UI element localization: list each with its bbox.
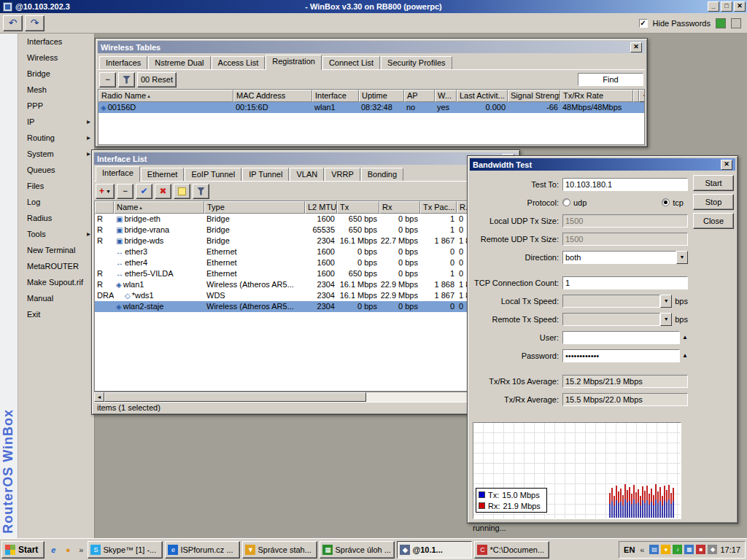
interface-tab-vrrp[interactable]: VRRP [325,168,360,181]
sidebar-item-metarouter[interactable]: MetaROUTER [18,258,94,274]
column-header-w[interactable]: W... [435,90,457,102]
user-input[interactable] [562,331,680,344]
start-button[interactable]: Start [693,175,734,191]
dropdown-icon[interactable]: ▼ [676,251,688,264]
scrollbar-track[interactable] [104,392,507,402]
interface-tab-bonding[interactable]: Bonding [361,168,403,181]
tray-icon-2[interactable]: ● [661,545,670,554]
bandwidth-test-titlebar[interactable]: Bandwidth Test ✕ [470,158,735,171]
redo-icon[interactable]: ↷ [25,15,44,31]
sidebar-item-ip[interactable]: IP▸ [18,114,94,130]
column-header-uptime[interactable]: Uptime [359,90,404,102]
tray-icon-4[interactable]: ▦ [684,545,694,554]
interface-tab-ethernet[interactable]: Ethernet [141,168,185,181]
tray-icon-5[interactable]: ■ [696,545,705,554]
quick-launch-launcher-icon[interactable]: ● [61,543,74,556]
password-input[interactable] [562,349,680,362]
direction-select[interactable]: both [562,251,676,264]
column-header-flags[interactable] [95,201,114,214]
column-header-name[interactable]: Name▴ [114,201,204,214]
sidebar-item-routing[interactable]: Routing▸ [18,130,94,146]
find-button[interactable]: Find [578,73,643,86]
stop-button[interactable]: Stop [693,194,734,210]
disable-button[interactable]: ✖ [155,184,171,199]
column-header-mac-address[interactable]: MAC Address [233,90,312,102]
close-button[interactable]: ✕ [734,1,746,12]
undo-icon[interactable]: ↶ [3,15,23,31]
sidebar-item-make-supout-rif[interactable]: Make Supout.rif [18,274,94,290]
table-row[interactable]: R▣bridge-vranaBridge65535650 bps0 bps10 [95,225,516,236]
column-header-l2-mtu[interactable]: L2 MTU [305,201,337,214]
taskbar-task-10-1[interactable]: ◈@10.1... [397,541,472,559]
table-row[interactable]: ↔ether4Ethernet16000 bps0 bps00 [95,257,516,268]
remove-button[interactable]: − [117,184,133,199]
tray-icon-3[interactable]: ♪ [673,545,682,554]
language-indicator[interactable]: EN [624,545,635,554]
quick-launch-overflow-icon[interactable]: » [77,545,85,554]
udp-radio[interactable] [562,198,570,206]
taskbar-task-spr-vce-stah[interactable]: ▼Správce stah... [242,541,317,559]
sidebar-item-new-terminal[interactable]: New Terminal [18,242,94,258]
table-row[interactable]: R▣bridge-ethBridge1600650 bps0 bps10 [95,214,516,225]
column-header-interface[interactable]: Interface [312,90,359,102]
filter-icon[interactable] [118,72,135,88]
column-header-rx[interactable]: Rx [379,201,420,214]
scrollbar-thumb[interactable] [104,392,366,402]
collapse-arrow-icon[interactable]: ▲ [682,334,688,341]
tray-icon-1[interactable]: ▤ [649,545,659,554]
horizontal-scrollbar[interactable]: ◄ ► [94,392,517,402]
taskbar-task-skype-1[interactable]: SSkype™ [1] -... [88,541,163,559]
sidebar-item-exit[interactable]: Exit [18,306,94,322]
comment-button[interactable] [174,184,190,199]
sidebar-item-system[interactable]: System▸ [18,146,94,162]
interface-list-titlebar[interactable]: Interface List □ [94,152,517,165]
hide-passwords-checkbox[interactable]: ✓ [639,19,648,28]
wireless-tables-titlebar[interactable]: Wireless Tables ✕ [98,41,645,53]
table-row[interactable]: ↔ether3Ethernet16000 bps0 bps00 [95,246,516,257]
interface-tab-vlan[interactable]: VLAN [290,168,324,181]
column-header-last-activit[interactable]: Last Activit... [457,90,508,102]
sidebar-item-log[interactable]: Log [18,194,94,210]
taskbar-task-ispforum-cz[interactable]: eISPforum.cz ... [165,541,240,559]
test-to-input[interactable] [562,178,688,191]
wireless-tab-interfaces[interactable]: Interfaces [99,56,147,69]
wireless-tab-connect-list[interactable]: Connect List [322,56,380,69]
tray-collapse-icon[interactable]: « [638,545,646,554]
wireless-tab-access-list[interactable]: Access List [212,56,266,69]
interface-tab-eoip-tunnel[interactable]: EoIP Tunnel [185,168,241,181]
app-titlebar[interactable]: @10.103.202.3 - WinBox v3.30 on RB800 (p… [0,0,747,13]
tcp-connection-count-input[interactable] [562,276,688,289]
reset-button[interactable]: 00 Reset [137,72,177,88]
sidebar-item-bridge[interactable]: Bridge [18,66,94,82]
restore-button[interactable]: □ [721,1,732,12]
sidebar-item-files[interactable]: Files [18,178,94,194]
sidebar-item-interfaces[interactable]: Interfaces [18,34,94,50]
quick-launch-ie-icon[interactable]: e [47,543,60,556]
table-row[interactable]: ◈00156D00:15:6Dwlan108:32:48noyes0.000-6… [98,102,644,113]
collapse-arrow-icon[interactable]: ▲ [682,352,688,359]
filter-icon[interactable] [193,184,209,199]
table-row[interactable]: ◈wlan2-stajeWireless (Atheros AR5...2304… [95,301,516,312]
close-icon[interactable]: ✕ [630,42,642,52]
scroll-left-icon[interactable]: ◄ [94,392,104,402]
table-row[interactable]: R▣bridge-wdsBridge230416.1 Mbps22.7 Mbps… [95,236,516,246]
sidebar-item-radius[interactable]: Radius [18,210,94,226]
sidebar-item-ppp[interactable]: PPP [18,98,94,114]
column-header-tx[interactable]: Tx [337,201,379,214]
column-dropdown-icon[interactable]: ▼ [639,90,645,102]
start-button[interactable]: Start [1,541,44,559]
table-row[interactable]: R↔ether5-VILDAEthernet1600650 bps0 bps10 [95,268,516,279]
wireless-tab-nstreme-dual[interactable]: Nstreme Dual [148,56,210,69]
table-row[interactable]: R◈wlan1Wireless (Atheros AR5...230416.1 … [95,279,516,290]
sidebar-item-queues[interactable]: Queues [18,162,94,178]
close-button[interactable]: Close [693,213,734,229]
tcp-radio[interactable] [662,198,670,206]
column-header-type[interactable]: Type [204,201,305,214]
tray-icon-6[interactable]: ◆ [708,545,717,554]
close-icon[interactable]: ✕ [721,160,732,170]
wireless-tab-security-profiles[interactable]: Security Profiles [381,56,452,69]
sidebar-item-wireless[interactable]: Wireless [18,50,94,66]
column-header-ap[interactable]: AP [404,90,435,102]
column-header-signal-strengt[interactable]: Signal Strengt... [508,90,560,102]
remove-button[interactable]: − [99,72,116,88]
